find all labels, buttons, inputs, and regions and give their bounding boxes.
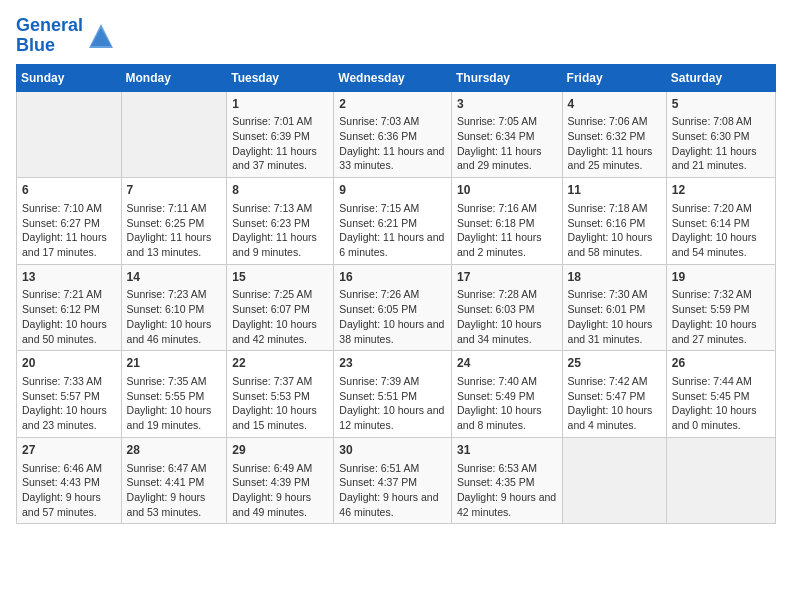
day-number: 7 [127,182,222,199]
day-info: Sunrise: 7:05 AM [457,114,557,129]
day-info: Sunset: 5:53 PM [232,389,328,404]
day-info: Sunset: 6:18 PM [457,216,557,231]
day-info: Daylight: 9 hours and 49 minutes. [232,490,328,519]
day-number: 21 [127,355,222,372]
calendar-cell: 23Sunrise: 7:39 AMSunset: 5:51 PMDayligh… [334,351,452,438]
day-info: Sunset: 4:39 PM [232,475,328,490]
day-info: Sunset: 5:59 PM [672,302,770,317]
day-info: Sunrise: 7:03 AM [339,114,446,129]
day-info: Daylight: 11 hours and 6 minutes. [339,230,446,259]
logo: General Blue [16,16,115,56]
day-info: Sunrise: 6:49 AM [232,461,328,476]
day-number: 15 [232,269,328,286]
day-info: Sunset: 4:41 PM [127,475,222,490]
day-info: Daylight: 11 hours and 17 minutes. [22,230,116,259]
day-info: Daylight: 11 hours and 37 minutes. [232,144,328,173]
calendar-cell: 12Sunrise: 7:20 AMSunset: 6:14 PMDayligh… [666,178,775,265]
day-info: Daylight: 10 hours and 12 minutes. [339,403,446,432]
day-info: Sunset: 4:37 PM [339,475,446,490]
day-info: Sunrise: 7:18 AM [568,201,661,216]
day-number: 19 [672,269,770,286]
day-number: 30 [339,442,446,459]
calendar-cell: 31Sunrise: 6:53 AMSunset: 4:35 PMDayligh… [451,437,562,524]
calendar-cell: 9Sunrise: 7:15 AMSunset: 6:21 PMDaylight… [334,178,452,265]
day-info: Sunset: 6:14 PM [672,216,770,231]
day-info: Sunset: 6:21 PM [339,216,446,231]
day-info: Daylight: 11 hours and 9 minutes. [232,230,328,259]
day-number: 4 [568,96,661,113]
day-info: Sunrise: 7:23 AM [127,287,222,302]
day-info: Sunrise: 7:40 AM [457,374,557,389]
calendar-cell: 7Sunrise: 7:11 AMSunset: 6:25 PMDaylight… [121,178,227,265]
day-number: 24 [457,355,557,372]
calendar-cell: 27Sunrise: 6:46 AMSunset: 4:43 PMDayligh… [17,437,122,524]
day-info: Sunset: 6:32 PM [568,129,661,144]
calendar-cell: 18Sunrise: 7:30 AMSunset: 6:01 PMDayligh… [562,264,666,351]
calendar-table: SundayMondayTuesdayWednesdayThursdayFrid… [16,64,776,525]
calendar-cell: 25Sunrise: 7:42 AMSunset: 5:47 PMDayligh… [562,351,666,438]
day-info: Daylight: 10 hours and 15 minutes. [232,403,328,432]
day-info: Daylight: 10 hours and 54 minutes. [672,230,770,259]
calendar-cell: 22Sunrise: 7:37 AMSunset: 5:53 PMDayligh… [227,351,334,438]
day-info: Daylight: 11 hours and 33 minutes. [339,144,446,173]
day-info: Sunrise: 7:16 AM [457,201,557,216]
page-header: General Blue [16,16,776,56]
logo-text: General Blue [16,16,83,56]
day-number: 10 [457,182,557,199]
day-info: Sunset: 5:55 PM [127,389,222,404]
day-info: Sunrise: 7:15 AM [339,201,446,216]
day-info: Sunrise: 7:33 AM [22,374,116,389]
day-info: Daylight: 10 hours and 8 minutes. [457,403,557,432]
day-info: Sunrise: 7:11 AM [127,201,222,216]
day-info: Sunset: 6:07 PM [232,302,328,317]
day-info: Daylight: 10 hours and 58 minutes. [568,230,661,259]
day-info: Daylight: 10 hours and 0 minutes. [672,403,770,432]
day-info: Sunset: 6:12 PM [22,302,116,317]
calendar-cell: 6Sunrise: 7:10 AMSunset: 6:27 PMDaylight… [17,178,122,265]
calendar-cell: 30Sunrise: 6:51 AMSunset: 4:37 PMDayligh… [334,437,452,524]
logo-blue: Blue [16,35,55,55]
day-info: Daylight: 9 hours and 42 minutes. [457,490,557,519]
weekday-header-saturday: Saturday [666,64,775,91]
calendar-cell: 3Sunrise: 7:05 AMSunset: 6:34 PMDaylight… [451,91,562,178]
calendar-cell: 20Sunrise: 7:33 AMSunset: 5:57 PMDayligh… [17,351,122,438]
day-info: Sunrise: 7:44 AM [672,374,770,389]
day-info: Sunset: 4:43 PM [22,475,116,490]
day-info: Sunrise: 7:25 AM [232,287,328,302]
weekday-header-tuesday: Tuesday [227,64,334,91]
day-info: Sunrise: 7:32 AM [672,287,770,302]
day-info: Sunset: 4:35 PM [457,475,557,490]
day-info: Sunset: 6:39 PM [232,129,328,144]
logo-general: General [16,15,83,35]
day-info: Daylight: 10 hours and 34 minutes. [457,317,557,346]
day-info: Daylight: 10 hours and 42 minutes. [232,317,328,346]
day-number: 6 [22,182,116,199]
day-number: 18 [568,269,661,286]
calendar-cell [666,437,775,524]
day-info: Daylight: 10 hours and 46 minutes. [127,317,222,346]
day-info: Sunset: 6:01 PM [568,302,661,317]
day-info: Sunset: 6:10 PM [127,302,222,317]
calendar-cell [121,91,227,178]
calendar-cell: 26Sunrise: 7:44 AMSunset: 5:45 PMDayligh… [666,351,775,438]
calendar-cell: 24Sunrise: 7:40 AMSunset: 5:49 PMDayligh… [451,351,562,438]
day-info: Sunrise: 7:39 AM [339,374,446,389]
calendar-header: SundayMondayTuesdayWednesdayThursdayFrid… [17,64,776,91]
calendar-cell: 19Sunrise: 7:32 AMSunset: 5:59 PMDayligh… [666,264,775,351]
day-info: Sunrise: 7:13 AM [232,201,328,216]
day-info: Daylight: 11 hours and 29 minutes. [457,144,557,173]
calendar-cell: 1Sunrise: 7:01 AMSunset: 6:39 PMDaylight… [227,91,334,178]
calendar-cell: 15Sunrise: 7:25 AMSunset: 6:07 PMDayligh… [227,264,334,351]
calendar-week-1: 1Sunrise: 7:01 AMSunset: 6:39 PMDaylight… [17,91,776,178]
day-number: 12 [672,182,770,199]
calendar-week-3: 13Sunrise: 7:21 AMSunset: 6:12 PMDayligh… [17,264,776,351]
calendar-week-2: 6Sunrise: 7:10 AMSunset: 6:27 PMDaylight… [17,178,776,265]
calendar-cell: 13Sunrise: 7:21 AMSunset: 6:12 PMDayligh… [17,264,122,351]
day-info: Sunrise: 6:47 AM [127,461,222,476]
day-info: Sunset: 6:23 PM [232,216,328,231]
calendar-cell: 28Sunrise: 6:47 AMSunset: 4:41 PMDayligh… [121,437,227,524]
calendar-week-4: 20Sunrise: 7:33 AMSunset: 5:57 PMDayligh… [17,351,776,438]
calendar-cell: 29Sunrise: 6:49 AMSunset: 4:39 PMDayligh… [227,437,334,524]
day-info: Sunset: 6:27 PM [22,216,116,231]
calendar-cell: 10Sunrise: 7:16 AMSunset: 6:18 PMDayligh… [451,178,562,265]
